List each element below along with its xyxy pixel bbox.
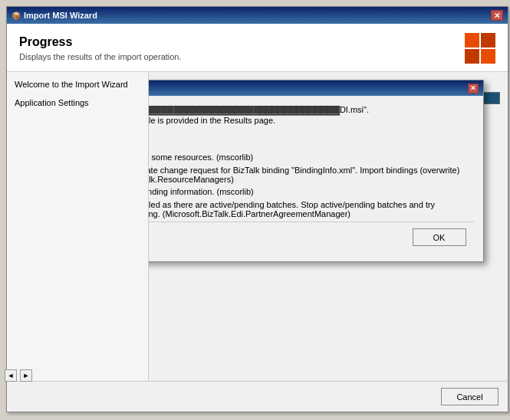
main-content: Progress: Import Error ✕ ✕ bbox=[149, 72, 508, 381]
tree-text-1: Change requests failed for some resource… bbox=[149, 153, 474, 162]
error-location-line: Location of the log file is provided in … bbox=[149, 116, 474, 125]
cancel-button[interactable]: Cancel bbox=[441, 388, 498, 405]
error-failed-line: Failed to import "▓▓▓▓▓▓▓▓▓▓▓▓▓▓▓▓▓▓▓▓▓▓… bbox=[149, 105, 474, 114]
error-dialog: Import Error ✕ ✕ Failed to import "▓▓▓▓▓… bbox=[149, 80, 484, 262]
sidebar-scroll-left[interactable]: ◄ bbox=[7, 369, 17, 381]
tree-text-3: Failed to update binding information. (m… bbox=[149, 187, 474, 196]
tree-text-2: Unable to process create change request … bbox=[149, 166, 474, 184]
tree-text-4: Import/Copy failed as there are active/p… bbox=[149, 200, 474, 218]
tree-children-3: ↳ Import/Copy failed as there are active… bbox=[149, 200, 474, 218]
tree-children-2: ↳ Failed to update binding information. … bbox=[149, 187, 474, 218]
error-message: Failed to import "▓▓▓▓▓▓▓▓▓▓▓▓▓▓▓▓▓▓▓▓▓▓… bbox=[149, 105, 474, 125]
sidebar-scroll: ◄ ► bbox=[7, 369, 32, 381]
title-bar-left: 📦 Import MSI Wizard bbox=[12, 11, 97, 20]
tree-item-1: ↳ Change requests failed for some resour… bbox=[149, 153, 474, 162]
sidebar-item-welcome[interactable]: Welcome to the Import Wizard bbox=[7, 75, 148, 94]
window-title: Import MSI Wizard bbox=[24, 11, 97, 20]
body-area: Welcome to the Import Wizard Application… bbox=[7, 72, 508, 381]
title-bar: 📦 Import MSI Wizard ✕ bbox=[7, 7, 508, 24]
header-area: Progress Displays the results of the imp… bbox=[7, 24, 508, 72]
page-title: Progress bbox=[19, 35, 182, 49]
window-icon: 📦 bbox=[12, 11, 21, 20]
error-body: ✕ Failed to import "▓▓▓▓▓▓▓▓▓▓▓▓▓▓▓▓▓▓▓▓… bbox=[149, 96, 483, 261]
logo-square-1 bbox=[465, 33, 479, 48]
error-close-button[interactable]: ✕ bbox=[468, 84, 479, 94]
tree-item-4: ↳ Import/Copy failed as there are active… bbox=[149, 200, 474, 218]
error-main-row: ✕ Failed to import "▓▓▓▓▓▓▓▓▓▓▓▓▓▓▓▓▓▓▓▓… bbox=[149, 105, 474, 131]
additional-info: Additional information: ↳ Change request… bbox=[149, 139, 474, 218]
sidebar-scroll-right[interactable]: ► bbox=[20, 369, 32, 381]
dialog-bottom-toolbar: ? · ⧉ 💾 OK bbox=[149, 221, 474, 252]
tree-item-3: ↳ Failed to update binding information. … bbox=[149, 187, 474, 197]
sidebar: Welcome to the Import Wizard Application… bbox=[7, 72, 149, 381]
dialog-overlay: Import Error ✕ ✕ Failed to import "▓▓▓▓▓… bbox=[149, 72, 508, 381]
header-text: Progress Displays the results of the imp… bbox=[19, 35, 182, 61]
tree-item-2: ↳ Unable to process create change reques… bbox=[149, 166, 474, 184]
main-window: 📦 Import MSI Wizard ✕ Progress Displays … bbox=[6, 6, 508, 412]
ok-button[interactable]: OK bbox=[413, 228, 466, 246]
page-subtitle: Displays the results of the import opera… bbox=[19, 52, 182, 61]
logo-square-3 bbox=[465, 49, 479, 64]
header-logo bbox=[465, 33, 495, 64]
window-close-button[interactable]: ✕ bbox=[491, 10, 503, 21]
error-title-bar: Import Error ✕ bbox=[149, 80, 483, 96]
logo-square-2 bbox=[481, 33, 495, 48]
additional-info-title: Additional information: bbox=[149, 139, 474, 148]
footer: Cancel bbox=[7, 381, 508, 412]
sidebar-item-appsettings[interactable]: Application Settings bbox=[7, 94, 148, 112]
logo-square-4 bbox=[481, 49, 495, 64]
tree-children-1: ↳ Unable to process create change reques… bbox=[149, 166, 474, 218]
